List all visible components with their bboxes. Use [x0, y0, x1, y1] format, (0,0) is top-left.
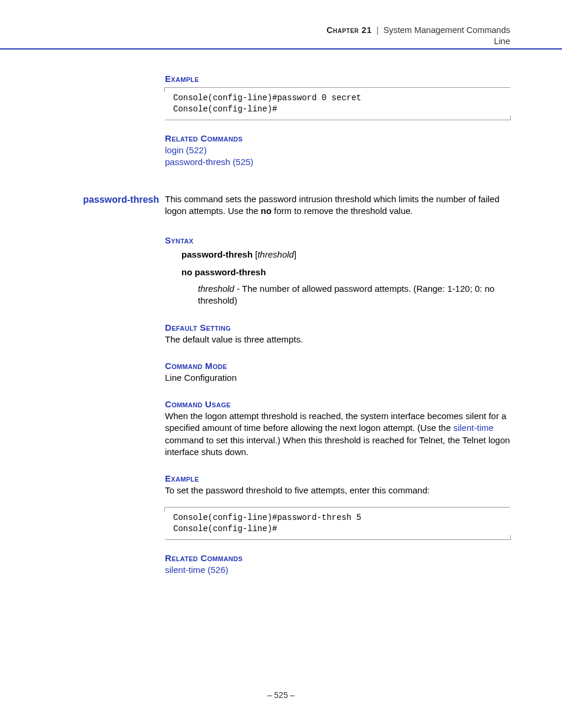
chapter-label: Chapter 21: [326, 25, 372, 35]
related-commands-label: Related Commands: [165, 133, 510, 143]
syntax-line-2: no password-thresh: [181, 266, 510, 278]
command-name-heading: password-thresh: [68, 195, 159, 205]
header-separator: |: [376, 25, 379, 35]
top-content: Example Console(config-line)#password 0 …: [165, 74, 510, 168]
default-setting-text: The default value is three attempts.: [165, 334, 510, 345]
syntax-label: Syntax: [165, 235, 510, 245]
link-login[interactable]: login (522): [165, 144, 510, 156]
example-label-2: Example: [165, 473, 510, 483]
desc-post: form to remove the threshold value.: [272, 206, 413, 216]
link-silent-time[interactable]: silent-time (526): [165, 564, 510, 576]
command-mode-text: Line Configuration: [165, 372, 510, 384]
default-setting-label: Default Setting: [165, 322, 510, 332]
syntax-param: threshold - The number of allowed passwo…: [198, 283, 510, 307]
param-desc: - The number of allowed password attempt…: [198, 284, 494, 305]
command-usage-text: When the logon attempt threshold is reac…: [165, 410, 510, 458]
link-silent-time-inline[interactable]: silent-time: [453, 423, 493, 433]
syntax-cmd-1: password-thresh: [181, 249, 253, 259]
syntax-cmd-2: no password-thresh: [181, 267, 266, 277]
example-intro: To set the password threshold to five at…: [165, 485, 510, 496]
header-rule: [0, 48, 562, 50]
param-name: threshold: [198, 284, 234, 294]
page-number: – 525 –: [267, 690, 295, 700]
command-section: password-thresh This command sets the pa…: [68, 193, 510, 576]
header-subtitle: Line: [326, 36, 510, 47]
command-usage-label: Command Usage: [165, 399, 510, 409]
chapter-title: System Management Commands: [384, 25, 510, 35]
example-code-block-2: Console(config-line)#password-thresh 5 C…: [165, 507, 510, 540]
syntax-arg-1: threshold: [257, 249, 294, 259]
page-footer: – 525 –: [0, 690, 562, 700]
related-commands-label-2: Related Commands: [165, 553, 510, 563]
syntax-bracket-close: ]: [294, 249, 296, 259]
command-body: This command sets the password intrusion…: [165, 193, 510, 576]
example-code-block: Console(config-line)#password 0 secret C…: [165, 87, 510, 120]
usage-post: command to set this interval.) When this…: [165, 435, 510, 457]
header-line-1: Chapter 21 | System Management Commands: [326, 25, 510, 36]
command-description: This command sets the password intrusion…: [165, 193, 510, 218]
syntax-line-1: password-thresh [threshold]: [181, 249, 510, 261]
link-password-thresh[interactable]: password-thresh (525): [165, 156, 510, 168]
example-label: Example: [165, 74, 510, 84]
command-mode-label: Command Mode: [165, 361, 510, 371]
page-header: Chapter 21 | System Management Commands …: [326, 25, 510, 47]
desc-bold: no: [261, 206, 272, 216]
